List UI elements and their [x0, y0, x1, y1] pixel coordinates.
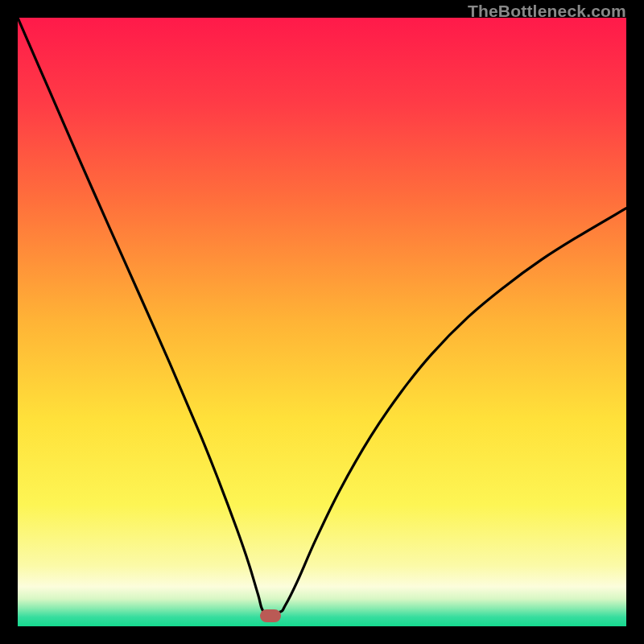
- chart-frame: TheBottleneck.com: [0, 0, 644, 644]
- bottleneck-curve: [18, 18, 626, 626]
- curve-path: [18, 18, 626, 614]
- optimal-marker: [260, 609, 281, 622]
- plot-area: [18, 18, 626, 626]
